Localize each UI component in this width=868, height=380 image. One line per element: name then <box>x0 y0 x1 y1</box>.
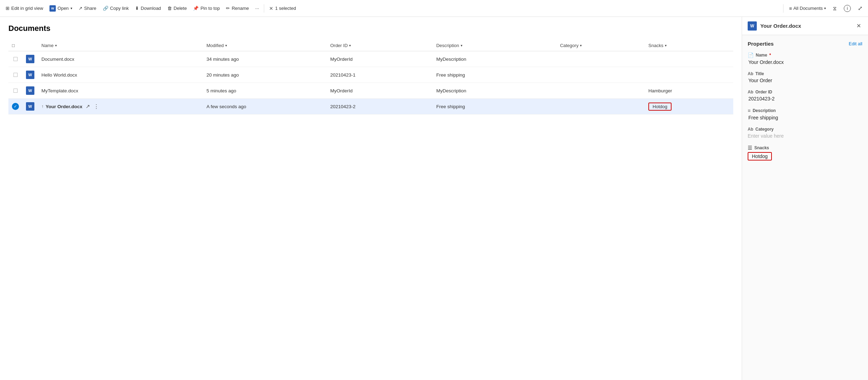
row-file-icon: W <box>22 83 38 99</box>
row-category <box>556 51 645 67</box>
row-order-id: 20210423-1 <box>327 67 433 83</box>
row-name[interactable]: MyTemplate.docx <box>38 83 203 99</box>
table-row[interactable]: ☐ W Document.docx 34 minutes ago MyOrder… <box>8 51 733 67</box>
filter-button[interactable]: ⧖ <box>830 3 840 14</box>
more-actions-button[interactable]: ··· <box>253 4 262 13</box>
share-icon: ↗ <box>79 6 82 11</box>
delete-icon: 🗑 <box>167 6 172 11</box>
edit-all-button[interactable]: Edit all <box>849 41 862 46</box>
rename-button[interactable]: ✏ Rename <box>223 4 252 13</box>
right-panel: W Your Order.docx ✕ Properties Edit all … <box>742 17 868 380</box>
word-icon: W <box>26 71 34 79</box>
property-desc-label: ≡ Description <box>748 108 862 113</box>
expand-button[interactable]: ⤢ <box>855 3 865 14</box>
row-file-icon: W <box>22 99 38 114</box>
row-checkbox[interactable]: ☐ <box>8 83 22 99</box>
row-name[interactable]: ↑ Your Order.docx ↗ ⋮ <box>38 99 203 114</box>
property-category: Ab Category Enter value here <box>748 127 862 139</box>
property-title-value: Your Order <box>748 78 862 83</box>
th-name[interactable]: Name ▾ <box>38 40 203 51</box>
th-snacks[interactable]: Snacks ▾ <box>645 40 733 51</box>
filter-icon: ⧖ <box>833 5 837 12</box>
ab-icon: Ab <box>748 71 753 76</box>
row-order-id: MyOrderId <box>327 51 433 67</box>
all-docs-chevron-icon: ▾ <box>824 6 826 10</box>
property-snacks-label: ☰ Snacks <box>748 145 862 151</box>
lines-icon: ≡ <box>748 108 750 113</box>
property-desc-value: Free shipping <box>748 115 862 120</box>
row-order-id: 20210423-2 <box>327 99 433 114</box>
property-category-placeholder: Enter value here <box>748 133 862 139</box>
selected-count: ✕ 1 selected <box>266 4 299 13</box>
row-description: Free shipping <box>433 67 556 83</box>
property-title-label: Ab Title <box>748 71 862 76</box>
th-modified[interactable]: Modified ▾ <box>203 40 327 51</box>
row-checkbox[interactable]: ☐ <box>8 51 22 67</box>
row-name[interactable]: Document.docx <box>38 51 203 67</box>
row-category <box>556 99 645 114</box>
page-title: Documents <box>8 24 733 33</box>
row-file-icon: W <box>22 67 38 83</box>
rename-icon: ✏ <box>226 6 230 11</box>
row-modified: 20 minutes ago <box>203 67 327 83</box>
property-orderid-label: Ab Order ID <box>748 90 862 94</box>
delete-button[interactable]: 🗑 Delete <box>165 4 190 13</box>
property-category-label: Ab Category <box>748 127 862 132</box>
row-name[interactable]: Hello World.docx <box>38 67 203 83</box>
property-name-label: 📄 Name * <box>748 52 862 58</box>
modified-sort-icon: ▾ <box>225 44 227 47</box>
row-checkbox[interactable]: ☐ <box>8 67 22 83</box>
copy-link-button[interactable]: 🔗 Copy link <box>100 4 132 13</box>
file-type-icon: □ <box>12 43 15 48</box>
word-icon: W <box>26 102 34 111</box>
property-description: ≡ Description Free shipping <box>748 108 862 120</box>
row-share-button[interactable]: ↗ <box>85 102 91 111</box>
row-actions: ↗ ⋮ <box>85 102 100 111</box>
properties-title: Properties <box>748 41 774 47</box>
row-modified: 5 minutes ago <box>203 83 327 99</box>
checklist-icon: ☰ <box>748 145 752 151</box>
download-button[interactable]: ⬇ Download <box>132 4 164 13</box>
row-more-button[interactable]: ⋮ <box>93 102 100 111</box>
more-icon: ··· <box>255 6 259 11</box>
row-modified: 34 minutes ago <box>203 51 327 67</box>
property-orderid-value: 20210423-2 <box>748 96 862 101</box>
document-list: Documents □ Name ▾ <box>0 17 742 380</box>
row-checkbox[interactable]: ✓ <box>8 99 22 114</box>
category-sort-icon: ▾ <box>580 44 582 47</box>
toolbar-separator-2 <box>783 4 783 13</box>
panel-close-button[interactable]: ✕ <box>855 21 862 31</box>
th-category[interactable]: Category ▾ <box>556 40 645 51</box>
row-description: Free shipping <box>433 99 556 114</box>
panel-content: Properties Edit all 📄 Name * Your Order.… <box>742 35 868 380</box>
link-icon: 🔗 <box>103 6 108 11</box>
word-icon: W <box>26 86 34 95</box>
share-button[interactable]: ↗ Share <box>76 4 99 13</box>
all-docs-button[interactable]: ≡ All Documents ▾ <box>786 4 829 13</box>
property-name: 📄 Name * Your Order.docx <box>748 52 862 65</box>
snacks-hotdog-value: Hotdog <box>648 103 672 111</box>
word-open-icon: W <box>49 5 56 12</box>
th-order-id[interactable]: Order ID ▾ <box>327 40 433 51</box>
info-button[interactable]: i <box>841 3 854 14</box>
edit-grid-button[interactable]: ⊞ Edit in grid view <box>3 4 46 13</box>
row-snacks <box>645 67 733 83</box>
th-file-icon <box>22 40 38 51</box>
word-icon: W <box>26 55 34 63</box>
table-row[interactable]: ☐ W Hello World.docx 20 minutes ago 2021… <box>8 67 733 83</box>
th-checkbox: □ <box>8 40 22 51</box>
property-snacks: ☰ Snacks Hotdog <box>748 145 862 160</box>
close-selection-icon[interactable]: ✕ <box>269 6 273 11</box>
toolbar-separator <box>264 4 264 13</box>
open-button[interactable]: W Open ▾ <box>47 3 75 14</box>
pin-to-top-button[interactable]: 📌 Pin to top <box>190 4 222 13</box>
info-icon: i <box>844 5 851 12</box>
table-row[interactable]: ✓ W ↑ Your Order.docx ↗ ⋮ <box>8 99 733 114</box>
row-category <box>556 83 645 99</box>
row-snacks <box>645 51 733 67</box>
toolbar-right: ≡ All Documents ▾ ⧖ i ⤢ <box>782 3 865 14</box>
th-description[interactable]: Description ▾ <box>433 40 556 51</box>
snacks-sort-icon: ▾ <box>665 44 667 47</box>
table-row[interactable]: ☐ W MyTemplate.docx 5 minutes ago MyOrde… <box>8 83 733 99</box>
row-modified: A few seconds ago <box>203 99 327 114</box>
